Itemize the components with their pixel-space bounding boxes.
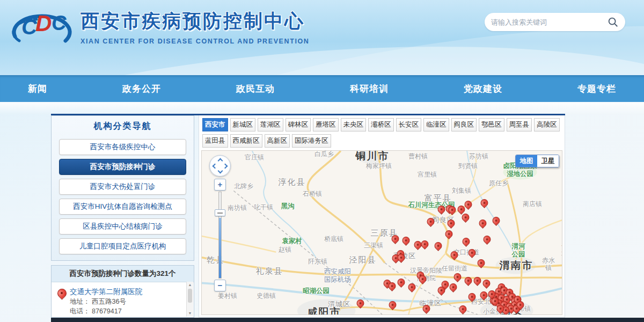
district-tab[interactable]: 新城区 (230, 118, 256, 131)
map-marker[interactable] (397, 278, 405, 289)
map-marker[interactable] (388, 282, 396, 293)
nav-item[interactable]: 科研培训 (350, 83, 389, 95)
search-icon[interactable] (607, 16, 619, 28)
map-marker[interactable] (462, 237, 470, 248)
nav-item[interactable]: 专题专栏 (577, 83, 616, 95)
district-tab[interactable]: 西咸新区 (230, 134, 262, 148)
district-tab[interactable]: 高新区 (265, 134, 290, 148)
map-marker[interactable] (356, 299, 364, 310)
district-tab[interactable]: 长安区 (396, 118, 422, 131)
map-marker[interactable] (448, 206, 456, 217)
org-category-button[interactable]: 西安市犬伤处置门诊 (59, 179, 186, 195)
search-input[interactable] (491, 18, 607, 26)
site-header: C D C 西安市疾病预防控制中心 XIAN CENTER FOR DISEAS… (0, 0, 644, 75)
zoom-in-button[interactable]: + (214, 179, 226, 191)
map-marker[interactable] (402, 236, 410, 247)
map-marker[interactable] (464, 276, 472, 288)
map-marker[interactable] (462, 213, 470, 224)
nav-item[interactable]: 政民互动 (236, 83, 275, 95)
marker-pin-icon (386, 281, 397, 291)
district-tab[interactable]: 高陵区 (534, 118, 560, 131)
org-category-button[interactable]: 儿童口腔项目定点医疗机构 (59, 238, 186, 254)
district-tab[interactable]: 阎良区 (451, 118, 477, 131)
nav-item[interactable]: 新闻 (28, 83, 47, 95)
map-marker[interactable] (450, 251, 458, 262)
org-category-button[interactable]: 区县疾控中心结核病门诊 (59, 218, 186, 235)
map-marker[interactable] (483, 235, 491, 246)
map-marker[interactable] (473, 276, 481, 288)
map-marker[interactable] (422, 304, 430, 315)
map-marker[interactable] (434, 241, 442, 253)
map-marker[interactable] (459, 305, 467, 315)
map-pan-control[interactable] (209, 155, 231, 177)
svg-text:D: D (35, 11, 52, 36)
org-category-button[interactable]: 西安市预防接种门诊 (59, 159, 186, 175)
map-marker[interactable] (419, 275, 427, 286)
clinic-list-item[interactable]: 交通大学第二附属医院 地址： 西五路36号 电话： 87679417 (57, 284, 184, 318)
marker-pin-icon (436, 285, 447, 296)
map-marker[interactable] (421, 240, 429, 251)
district-tab[interactable]: 灞桥区 (368, 118, 394, 131)
marker-pin-icon (448, 282, 458, 292)
map-type-map-button[interactable]: 地图 (516, 155, 537, 167)
map-marker[interactable] (408, 283, 416, 294)
scroll-down-icon[interactable]: ▼ (187, 310, 193, 317)
pan-right-icon[interactable] (223, 164, 228, 169)
district-tab[interactable]: 国际港务区 (292, 134, 331, 148)
nav-item[interactable]: 党政建设 (464, 83, 502, 95)
zoom-slider-track[interactable] (218, 192, 222, 279)
left-column: 机构分类导航 西安市各级疾控中心西安市预防接种门诊西安市犬伤处置门诊西安市HIV… (51, 115, 194, 318)
marker-pin-icon (443, 229, 454, 239)
district-tab[interactable]: 西安市 (202, 118, 228, 131)
map-type-satellite-button[interactable]: 卫星 (537, 155, 559, 167)
marker-pin-icon (447, 204, 457, 215)
map-marker[interactable] (447, 219, 455, 230)
map-marker[interactable] (477, 259, 485, 270)
marker-pin-icon (472, 275, 482, 286)
map-marker[interactable] (480, 291, 488, 302)
district-tab[interactable]: 未央区 (341, 118, 367, 131)
map-marker[interactable] (389, 301, 397, 312)
map-marker[interactable] (391, 235, 399, 246)
map-marker[interactable] (468, 248, 476, 260)
zoom-out-button[interactable]: − (214, 280, 226, 291)
map-marker[interactable] (397, 253, 405, 265)
map-marker[interactable] (482, 279, 491, 290)
map-marker[interactable] (445, 230, 453, 241)
marker-pin-icon (479, 197, 489, 208)
clinics-panel-title: 西安市预防接种门诊数量为321个 (52, 266, 194, 282)
map-marker[interactable] (479, 219, 487, 230)
map-marker[interactable] (437, 286, 445, 297)
clinic-name-link[interactable]: 交通大学第二附属医院 (70, 287, 142, 297)
pan-left-icon[interactable] (213, 164, 218, 169)
pan-down-icon[interactable] (218, 169, 223, 174)
map-marker[interactable] (516, 301, 524, 312)
nav-item[interactable]: 政务公开 (122, 83, 161, 95)
pan-up-icon[interactable] (218, 158, 223, 164)
scroll-up-icon[interactable]: ▲ (187, 282, 193, 288)
org-category-button[interactable]: 西安市各级疾控中心 (59, 139, 186, 155)
map-marker[interactable] (453, 273, 462, 284)
org-category-button[interactable]: 西安市HIV抗体自愿咨询检测点 (59, 199, 186, 215)
map-canvas[interactable]: 官庄镇白瓜乡铜川市梅家坪镇淳化县北牌乡石桥镇南坊镇叱干镇黑沟曹村镇苏坊镇到贤镇宫… (201, 150, 562, 315)
map-marker[interactable] (492, 216, 500, 228)
map-marker[interactable] (496, 304, 504, 315)
district-tab[interactable]: 周至县 (507, 118, 532, 131)
district-tab[interactable]: 碑林区 (286, 118, 311, 131)
district-tab[interactable]: 蓝田县 (202, 134, 228, 148)
map-marker[interactable] (480, 199, 488, 210)
marker-pin-icon (396, 252, 406, 263)
district-tab[interactable]: 临潼区 (423, 118, 449, 131)
zoom-slider-handle[interactable] (215, 209, 225, 216)
map-marker[interactable] (488, 290, 496, 301)
district-tab[interactable]: 鄠邑区 (479, 118, 504, 131)
map-marker[interactable] (437, 205, 445, 216)
map-marker[interactable] (468, 292, 476, 304)
district-tab[interactable]: 莲湖区 (258, 118, 283, 131)
district-tab[interactable]: 雁塔区 (313, 118, 339, 131)
site-title: 西安市疾病预防控制中心 (80, 9, 309, 34)
map-marker[interactable] (427, 217, 435, 229)
map-marker[interactable] (449, 283, 457, 294)
clinics-scrollbar[interactable]: ▲ ▼ (186, 282, 193, 317)
scrollbar-thumb[interactable] (188, 289, 192, 303)
